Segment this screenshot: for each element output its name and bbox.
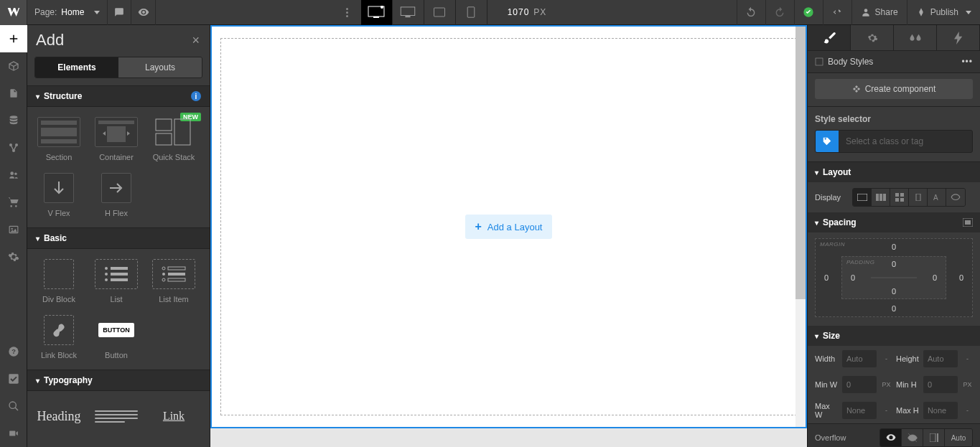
gear-icon	[8, 251, 19, 263]
minw-input[interactable]	[842, 376, 877, 393]
page-name[interactable]: Home	[61, 7, 91, 17]
preview-button[interactable]	[131, 0, 156, 25]
svg-rect-55	[930, 433, 935, 442]
redo-button[interactable]	[765, 0, 794, 25]
element-heading[interactable]: Heading	[30, 395, 88, 437]
svg-rect-1	[373, 17, 379, 18]
element-button[interactable]: BUTTON Button	[88, 309, 145, 365]
canvas-body[interactable]: + Add a Layout	[210, 25, 807, 428]
style-manager-tab[interactable]	[894, 25, 937, 50]
large-desktop-icon	[368, 6, 385, 19]
element-paragraph[interactable]	[88, 395, 145, 437]
spacing-section-header[interactable]: Spacing	[808, 212, 980, 232]
comment-button[interactable]	[107, 0, 131, 25]
overflow-hidden[interactable]	[902, 429, 923, 446]
device-desktop-large[interactable]	[361, 0, 393, 25]
rail-audit[interactable]	[0, 365, 27, 392]
svg-rect-6	[467, 7, 475, 17]
info-icon[interactable]: i	[191, 91, 201, 101]
section-typography-header[interactable]: Typography	[27, 370, 210, 391]
canvas-scrollbar[interactable]	[795, 27, 806, 427]
rail-settings[interactable]	[0, 243, 27, 270]
margin-label: MARGIN	[820, 241, 845, 248]
logo[interactable]	[0, 0, 27, 25]
undo-button[interactable]	[737, 0, 765, 25]
maxw-input[interactable]	[842, 402, 877, 419]
interactions-tab[interactable]	[937, 25, 980, 50]
tab-layouts[interactable]: Layouts	[118, 57, 202, 77]
svg-rect-43	[857, 194, 867, 201]
grid-icon	[895, 193, 904, 202]
display-grid[interactable]	[890, 189, 909, 206]
element-div-block[interactable]: Div Block	[30, 253, 88, 309]
device-desktop[interactable]	[393, 0, 424, 25]
rail-search[interactable]	[0, 392, 27, 420]
status-button[interactable]	[794, 0, 823, 25]
body-icon	[815, 57, 823, 66]
device-tablet[interactable]	[424, 0, 456, 25]
canvas-width[interactable]: 1070PX	[508, 7, 547, 17]
element-list-item[interactable]: List Item	[145, 253, 202, 309]
body-styles-more[interactable]: •••	[961, 57, 973, 67]
topbar-center: 1070PX	[156, 0, 736, 24]
canvas-dropzone[interactable]: + Add a Layout	[220, 38, 797, 415]
height-input[interactable]	[923, 350, 958, 367]
section-basic-header[interactable]: Basic	[27, 227, 210, 249]
device-mobile[interactable]	[456, 0, 487, 25]
page-dropdown-icon[interactable]	[94, 11, 100, 14]
plus-icon: +	[475, 220, 482, 233]
class-selector[interactable]: Select a class or tag	[815, 130, 973, 153]
chevron-down-icon	[966, 11, 971, 14]
maxh-input[interactable]	[923, 402, 958, 419]
display-block[interactable]	[853, 189, 872, 206]
button-icon: BUTTON	[95, 315, 138, 345]
svg-point-38	[162, 273, 165, 276]
layout-section-header[interactable]: Layout	[808, 162, 980, 182]
size-section-header[interactable]: Size	[808, 326, 980, 346]
overflow-visible[interactable]	[880, 429, 902, 446]
close-panel-button[interactable]: ×	[192, 33, 200, 48]
display-inline[interactable]: A	[928, 189, 946, 206]
display-flex[interactable]	[872, 189, 890, 206]
element-hflex[interactable]: H Flex	[88, 167, 145, 223]
element-container[interactable]: Container	[88, 111, 145, 167]
create-component-button[interactable]: Create component	[815, 79, 973, 99]
overflow-scroll[interactable]	[923, 429, 945, 446]
code-export-button[interactable]	[823, 0, 851, 25]
rail-pages[interactable]	[0, 80, 27, 107]
rail-logic[interactable]	[0, 134, 27, 161]
rail-assets[interactable]	[0, 216, 27, 243]
width-input[interactable]	[842, 350, 877, 367]
eye-icon	[886, 434, 896, 441]
comment-icon	[114, 7, 124, 17]
settings-tab[interactable]	[851, 25, 894, 50]
add-layout-button[interactable]: + Add a Layout	[465, 215, 553, 239]
more-options-button[interactable]	[346, 8, 348, 17]
section-structure-header[interactable]: Structure i	[27, 85, 210, 107]
add-elements-button[interactable]	[0, 25, 27, 52]
rail-navigator[interactable]	[0, 52, 27, 80]
rail-cms[interactable]	[0, 107, 27, 134]
publish-button[interactable]: Publish	[907, 0, 980, 25]
element-vflex[interactable]: V Flex	[30, 167, 88, 223]
element-link-block[interactable]: Link Block	[30, 309, 88, 365]
share-button[interactable]: Share	[851, 0, 907, 25]
rail-users[interactable]	[0, 161, 27, 189]
element-quick-stack[interactable]: NEW Quick Stack	[145, 111, 202, 167]
spacing-box[interactable]: MARGIN 0 0 0 0 PADDING 0 0 0 0	[815, 238, 973, 317]
element-text-link[interactable]: Link	[145, 395, 202, 437]
spacing-expand-icon[interactable]	[963, 218, 973, 227]
element-section[interactable]: Section	[30, 111, 88, 167]
style-tab[interactable]	[808, 25, 851, 50]
tab-elements[interactable]: Elements	[35, 57, 118, 77]
mobile-icon	[467, 6, 475, 18]
overflow-auto[interactable]: Auto	[945, 429, 972, 446]
rail-help[interactable]: ?	[0, 338, 27, 365]
display-inline-block[interactable]	[909, 189, 928, 206]
element-list[interactable]: List	[88, 253, 145, 309]
display-none[interactable]	[946, 189, 965, 206]
rail-video[interactable]	[0, 420, 27, 447]
minh-input[interactable]	[923, 376, 958, 393]
rail-ecommerce[interactable]	[0, 189, 27, 216]
eye-off-icon	[951, 192, 961, 202]
